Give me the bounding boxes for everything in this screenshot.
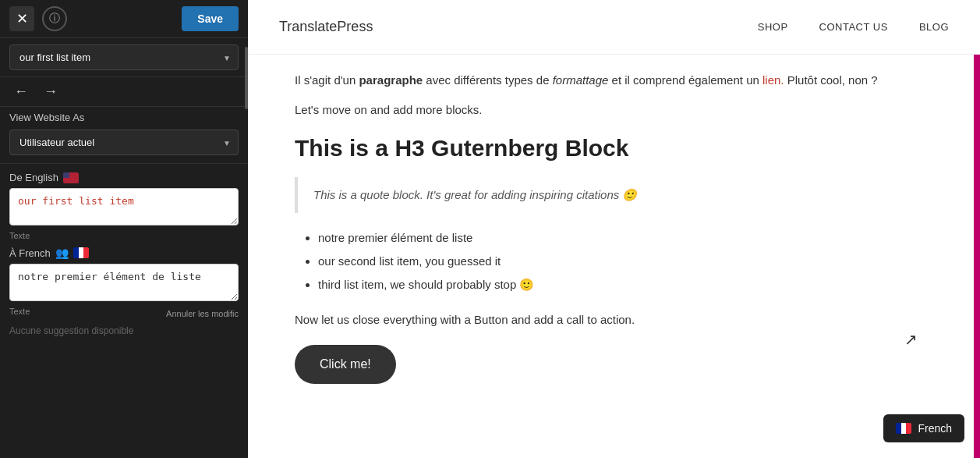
french-badge-label: French <box>918 422 952 435</box>
to-lang-header: À French 👥 <box>9 247 239 259</box>
h3-heading: This is a H3 Guternberg Block <box>295 135 933 162</box>
quote-block: This is a quote block. It's great for ad… <box>295 177 933 213</box>
annuler-link[interactable]: Annuler les modific <box>166 309 239 318</box>
bullet-list: notre premier élément de liste our secon… <box>318 229 933 294</box>
view-as-select-wrapper: Utilisateur actuel <box>9 130 239 155</box>
cta-text: Now let us close everything with a Butto… <box>295 310 933 330</box>
source-string-select[interactable]: our first list item <box>9 44 239 70</box>
french-badge-flag <box>896 423 911 434</box>
site-logo: TranslatePress <box>279 19 373 35</box>
list-item: our second list item, you guessed it <box>318 252 933 271</box>
toolbar: ✕ ⓘ Save <box>0 0 248 38</box>
back-arrow-button[interactable]: ← <box>9 82 33 101</box>
french-language-badge[interactable]: French <box>883 414 964 442</box>
site-nav: SHOP CONTACT US BLOG <box>758 21 949 33</box>
to-lang-label: À French <box>9 247 51 259</box>
info-button[interactable]: ⓘ <box>42 6 67 31</box>
nav-shop[interactable]: SHOP <box>758 21 788 33</box>
view-as-select[interactable]: Utilisateur actuel <box>9 130 239 155</box>
move-on-text: Let's move on and add more blocks. <box>295 100 933 120</box>
to-lang-type-row: Texte Annuler les modific <box>9 307 239 316</box>
translation-panel: ✕ ⓘ Save our first list item ← → View We… <box>0 0 248 458</box>
to-lang-input[interactable]: notre premier élément de liste <box>9 264 239 301</box>
close-button[interactable]: ✕ <box>9 6 34 31</box>
content-area: Il s'agit d'un paragraphe avec différent… <box>248 55 980 458</box>
source-select-area: our first list item <box>0 38 248 77</box>
from-lang-type: Texte <box>9 231 239 240</box>
fr-flag-icon <box>73 247 89 258</box>
click-me-button[interactable]: Click me! <box>295 345 396 384</box>
site-header: TranslatePress SHOP CONTACT US BLOG <box>248 0 980 55</box>
no-suggestion-text: Aucune suggestion disponible <box>9 325 239 336</box>
cursor-indicator: ↗ <box>904 330 918 349</box>
source-select-wrapper: our first list item <box>9 44 239 70</box>
forward-arrow-button[interactable]: → <box>39 82 62 101</box>
nav-blog[interactable]: BLOG <box>919 21 949 33</box>
save-button[interactable]: Save <box>182 6 239 31</box>
nav-contact[interactable]: CONTACT US <box>819 21 888 33</box>
from-lang-input[interactable]: our first list item <box>9 188 239 225</box>
nav-arrows-bar: ← → <box>0 77 248 107</box>
from-lang-header: De English <box>9 172 239 183</box>
pink-accent-bar <box>974 55 980 458</box>
list-item: third list item, we should probably stop… <box>318 275 933 294</box>
view-as-title: View Website As <box>9 112 239 123</box>
bold-text: paragraphe <box>359 73 423 87</box>
quote-text: This is a quote block. It's great for ad… <box>313 185 918 205</box>
translation-section: De English our first list item Texte À F… <box>0 164 248 458</box>
view-as-section: View Website As Utilisateur actuel <box>0 107 248 164</box>
to-lang-type: Texte <box>9 307 30 316</box>
content-panel: TranslatePress SHOP CONTACT US BLOG Il s… <box>248 0 980 458</box>
paragraph-block: Il s'agit d'un paragraphe avec différent… <box>295 70 933 91</box>
us-flag-icon <box>63 172 79 183</box>
italic-text: formattage <box>553 73 609 87</box>
paragraph-link[interactable]: lien. <box>762 73 784 87</box>
users-icon: 👥 <box>55 247 69 259</box>
list-item: notre premier élément de liste <box>318 229 933 247</box>
from-lang-label: De English <box>9 172 58 183</box>
